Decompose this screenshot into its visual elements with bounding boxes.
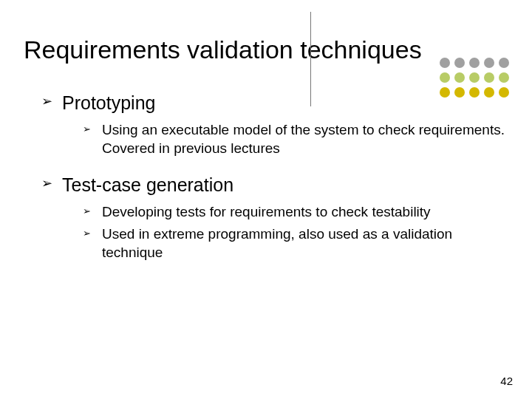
dot-icon [499,58,509,68]
dot-icon [469,58,480,68]
bullet-level2: Used in extreme programming, also used a… [83,225,508,262]
dot-icon [484,58,494,68]
dot-icon [454,72,465,83]
dot-icon [454,58,465,68]
dot-icon [440,72,450,83]
slide-content: Prototyping Using an executable model of… [24,91,508,262]
slide: Requirements validation techniques Proto… [0,0,532,399]
bullet-level2: Using an executable model of the system … [83,120,508,158]
bullet-level2: Developing tests for requirements to che… [83,202,508,222]
bullet-level1: Prototyping Using an executable model of… [41,91,508,158]
dot-icon [499,72,509,83]
dot-icon [469,72,480,83]
bullet-level1: Test-case generation Developing tests fo… [41,173,508,262]
dot-icon [484,72,494,83]
slide-title: Requirements validation techniques [24,35,508,64]
bullet-label: Prototyping [62,92,155,113]
bullet-label: Test-case generation [62,174,233,195]
page-number: 42 [500,375,513,387]
dot-icon [440,58,450,68]
